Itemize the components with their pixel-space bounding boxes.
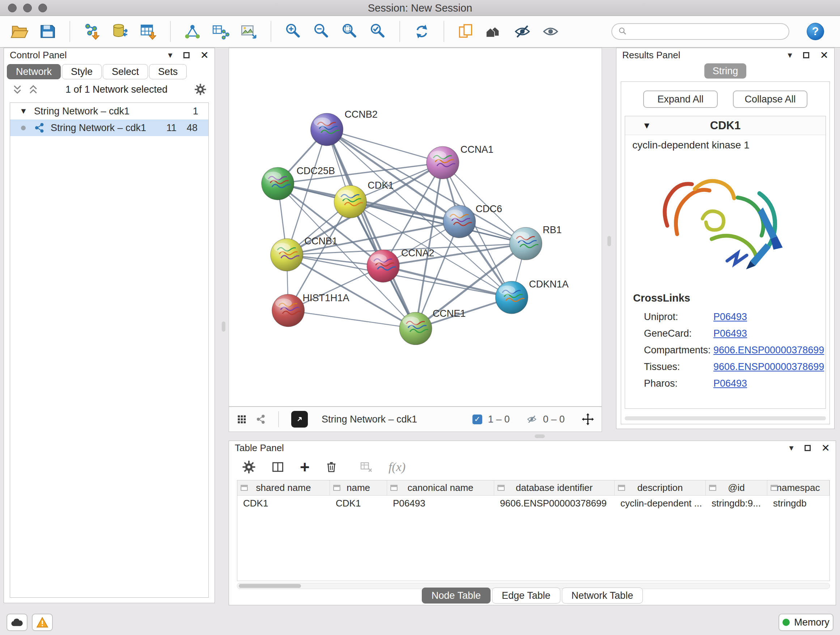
expand-all-button[interactable]: Expand All	[643, 90, 718, 108]
column-header[interactable]: shared name	[237, 480, 330, 495]
zoom-selected-button[interactable]	[368, 21, 388, 42]
hide-selected-button[interactable]	[512, 21, 532, 42]
panel-collapse-icon[interactable]: ▾	[168, 50, 172, 60]
help-button[interactable]: ?	[807, 23, 824, 40]
tab-sets[interactable]: Sets	[149, 64, 187, 79]
toolbar-separator	[69, 21, 70, 42]
string-results-box: Expand All Collapse All ▼ CDK1 cyclin-de…	[621, 81, 830, 424]
pharos-link[interactable]: P06493	[714, 378, 747, 389]
export-image-button[interactable]	[239, 21, 259, 42]
tab-network-table[interactable]: Network Table	[562, 587, 643, 603]
home-icon	[485, 22, 503, 41]
network-icon	[183, 22, 202, 41]
table-header-row: shared name name canonical name database…	[237, 480, 829, 496]
zoom-fit-button[interactable]	[339, 21, 360, 42]
panel-collapse-icon[interactable]: ▾	[788, 50, 792, 60]
tree-expand-icon[interactable]: ▼	[19, 106, 27, 116]
delete-table-icon[interactable]	[360, 460, 373, 474]
show-columns-icon[interactable]	[271, 460, 285, 474]
node-selection-checkbox[interactable]: ✓	[472, 415, 482, 424]
warnings-button[interactable]	[32, 614, 53, 631]
image-export-icon	[240, 22, 258, 41]
column-type-icon	[497, 484, 505, 492]
splitter-handle[interactable]	[535, 434, 545, 438]
splitter-handle[interactable]	[607, 236, 611, 246]
trash-icon[interactable]	[325, 461, 338, 473]
function-builder-icon[interactable]: f(x)	[388, 460, 406, 474]
panel-close-icon[interactable]: ✕	[201, 49, 209, 61]
tab-select[interactable]: Select	[103, 64, 148, 79]
results-panel: Results Panel ▾ ✕ String Expand All Coll…	[616, 48, 835, 429]
move-crosshair-icon[interactable]	[581, 413, 594, 426]
open-session-button[interactable]	[9, 21, 30, 42]
hidden-elements-icon	[526, 414, 537, 424]
collapse-all-icon[interactable]	[12, 84, 23, 95]
tissues-link[interactable]: 9606.ENSP00000378699	[714, 361, 824, 372]
share-view-icon[interactable]	[256, 414, 266, 424]
protein-description: cyclin-dependent kinase 1	[625, 135, 826, 152]
panel-float-icon[interactable]	[805, 445, 811, 451]
network-row[interactable]: String Network – cdk1 11 48	[10, 119, 208, 136]
open-view-button[interactable]	[291, 411, 308, 428]
minimize-button[interactable]	[23, 4, 32, 12]
column-header[interactable]: @id	[706, 480, 767, 495]
results-scrollbar[interactable]	[625, 416, 826, 420]
close-button[interactable]	[8, 4, 17, 12]
refresh-button[interactable]	[412, 21, 432, 42]
expand-all-icon[interactable]	[28, 84, 39, 95]
network-view[interactable]: CCNB2CCNA1CDC25BCDK1CDC6RB1CCNB1CCNA2CDK…	[229, 48, 602, 407]
import-network-database-icon	[111, 22, 129, 41]
gear-icon[interactable]	[194, 83, 207, 96]
search-icon	[618, 27, 627, 36]
panel-float-icon[interactable]	[183, 52, 189, 58]
zoom-out-button[interactable]	[311, 21, 332, 42]
network-table-button[interactable]	[210, 21, 231, 42]
copy-icon	[457, 22, 475, 41]
genecard-link[interactable]: P06493	[714, 328, 747, 339]
home-button[interactable]	[484, 21, 504, 42]
collapse-all-button[interactable]: Collapse All	[733, 90, 807, 108]
column-header[interactable]: description	[615, 480, 706, 495]
panel-close-icon[interactable]: ✕	[820, 49, 829, 61]
zoom-in-button[interactable]	[283, 21, 303, 42]
memory-button[interactable]: Memory	[778, 614, 834, 631]
tab-node-table[interactable]: Node Table	[422, 587, 491, 603]
tab-edge-table[interactable]: Edge Table	[492, 587, 561, 603]
protein-collapse-icon[interactable]: ▼	[643, 120, 651, 131]
panel-close-icon[interactable]: ✕	[821, 442, 830, 454]
table-row[interactable]: CDK1 CDK1 P06493 9606.ENSP00000378699 cy…	[237, 496, 829, 511]
folder-icon	[11, 22, 28, 41]
column-header[interactable]: name	[330, 480, 387, 495]
splitter-handle[interactable]	[222, 321, 225, 332]
import-network-file-button[interactable]	[82, 21, 102, 42]
import-table-button[interactable]	[138, 21, 158, 42]
birds-eye-view-icon[interactable]	[236, 414, 247, 424]
column-header[interactable]: canonical name	[387, 480, 494, 495]
copy-button[interactable]	[456, 21, 476, 42]
tab-string[interactable]: String	[704, 63, 746, 79]
column-header[interactable]: namespac	[767, 480, 829, 495]
network-label: String Network – cdk1	[10, 122, 146, 134]
table-tabs: Node Table Edge Table Network Table	[229, 587, 836, 603]
node-table[interactable]: shared name name canonical name database…	[237, 480, 830, 581]
compartments-link[interactable]: 9606.ENSP00000378699	[714, 345, 824, 356]
column-header[interactable]: database identifier	[494, 480, 615, 495]
panel-float-icon[interactable]	[803, 52, 809, 58]
save-session-button[interactable]	[38, 21, 58, 42]
panel-collapse-icon[interactable]: ▾	[789, 443, 793, 453]
network-collection-row[interactable]: ▼ String Network – cdk1 1	[10, 103, 208, 119]
memory-label: Memory	[794, 617, 829, 628]
cloud-status-button[interactable]	[6, 614, 27, 631]
zoom-button[interactable]	[38, 4, 47, 12]
tab-style[interactable]: Style	[62, 64, 102, 79]
show-all-button[interactable]	[540, 21, 561, 42]
add-column-icon[interactable]: +	[300, 460, 309, 474]
search-box[interactable]	[611, 23, 789, 40]
uniprot-link[interactable]: P06493	[714, 311, 747, 323]
table-settings-gear-icon[interactable]	[242, 460, 256, 474]
network-graph[interactable]: CCNB2CCNA1CDC25BCDK1CDC6RB1CCNB1CCNA2CDK…	[229, 48, 602, 406]
import-network-database-button[interactable]	[110, 21, 130, 42]
tab-network[interactable]: Network	[7, 64, 61, 79]
network-from-selection-button[interactable]	[182, 21, 202, 42]
search-input[interactable]	[632, 26, 783, 37]
